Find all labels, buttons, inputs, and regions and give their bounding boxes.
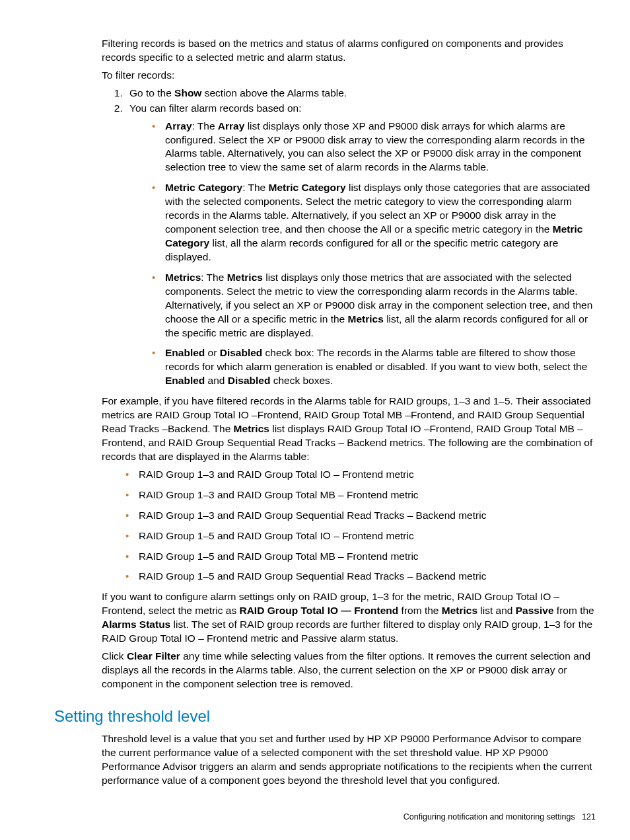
en-t4: check boxes. xyxy=(270,375,333,386)
list-item: RAID Group 1–5 and RAID Group Total MB –… xyxy=(125,550,596,564)
list-item: RAID Group 1–3 and RAID Group Total IO –… xyxy=(125,468,596,482)
met-b2: Metrics xyxy=(227,272,263,283)
to-filter-line: To filter records: xyxy=(102,69,596,83)
footer-text: Configuring notification and monitoring … xyxy=(403,812,575,821)
cfg-b4: Alarms Status xyxy=(102,619,170,630)
met-b3: Metrics xyxy=(348,313,384,325)
list-item: RAID Group 1–3 and RAID Group Total MB –… xyxy=(125,488,596,502)
mc-b1: Metric Category xyxy=(165,182,242,193)
intro-paragraph: Filtering records is based on the metric… xyxy=(102,37,596,65)
cfg-t3: list and xyxy=(477,605,516,616)
page-footer: Configuring notification and monitoring … xyxy=(54,812,596,823)
bullet-enabled: Enabled or Disabled check box: The recor… xyxy=(152,346,596,388)
example-paragraph: For example, if you have filtered record… xyxy=(102,395,596,464)
section-heading-threshold: Setting threshold level xyxy=(54,706,596,727)
met-b1: Metrics xyxy=(165,272,201,283)
filter-options-list: Array: The Array list displays only thos… xyxy=(129,120,596,389)
array-b2: Array xyxy=(218,120,245,132)
en-b3: Enabled xyxy=(165,375,205,386)
bullet-array: Array: The Array list displays only thos… xyxy=(152,120,596,175)
en-t1: or xyxy=(205,347,219,358)
list-item: RAID Group 1–3 and RAID Group Sequential… xyxy=(125,509,596,523)
en-b1: Enabled xyxy=(165,347,205,358)
array-b1: Array xyxy=(165,120,192,132)
cfg-t2: from the xyxy=(398,605,441,616)
step1-pre: Go to the xyxy=(129,87,174,98)
body-content: Filtering records is based on the metric… xyxy=(102,37,596,691)
cfg-b3: Passive xyxy=(516,605,554,616)
step1-bold: Show xyxy=(174,87,201,98)
clr-t1: Click xyxy=(102,650,127,662)
config-paragraph: If you want to configure alarm settings … xyxy=(102,590,596,646)
mc-b2: Metric Category xyxy=(269,182,346,193)
threshold-paragraph: Threshold level is a value that you set … xyxy=(102,732,596,788)
array-t1: : The xyxy=(192,120,218,132)
cfg-b1: RAID Group Total IO — Frontend xyxy=(239,605,398,616)
step1-post: section above the Alarms table. xyxy=(201,87,347,98)
combo-list: RAID Group 1–3 and RAID Group Total IO –… xyxy=(102,468,596,584)
clear-filter-paragraph: Click Clear Filter any time while select… xyxy=(102,650,596,691)
mc-t1: : The xyxy=(242,182,268,193)
ex-b1: Metrics xyxy=(234,423,269,434)
list-item: RAID Group 1–5 and RAID Group Sequential… xyxy=(125,570,596,584)
bullet-metric-category: Metric Category: The Metric Category lis… xyxy=(152,181,596,264)
threshold-content: Threshold level is a value that you set … xyxy=(102,732,596,788)
cfg-t5: list. The set of RAID group records are … xyxy=(102,619,592,644)
en-b2: Disabled xyxy=(220,347,263,358)
footer-page-number: 121 xyxy=(582,812,596,821)
met-t1: : The xyxy=(201,272,227,283)
clr-b1: Clear Filter xyxy=(127,650,180,662)
en-t3: and xyxy=(205,375,227,386)
en-b4: Disabled xyxy=(228,375,271,386)
mc-t3: list, all the alarm records configured f… xyxy=(165,237,558,262)
bullet-metrics: Metrics: The Metrics list displays only … xyxy=(152,271,596,340)
steps-list: Go to the Show section above the Alarms … xyxy=(102,87,596,388)
list-item: RAID Group 1–5 and RAID Group Total IO –… xyxy=(125,529,596,543)
cfg-b2: Metrics xyxy=(442,605,477,616)
step2-text: You can filter alarm records based on: xyxy=(129,102,302,114)
cfg-t4: from the xyxy=(554,605,594,616)
step-1: Go to the Show section above the Alarms … xyxy=(125,87,596,100)
step-2: You can filter alarm records based on: A… xyxy=(125,102,596,389)
